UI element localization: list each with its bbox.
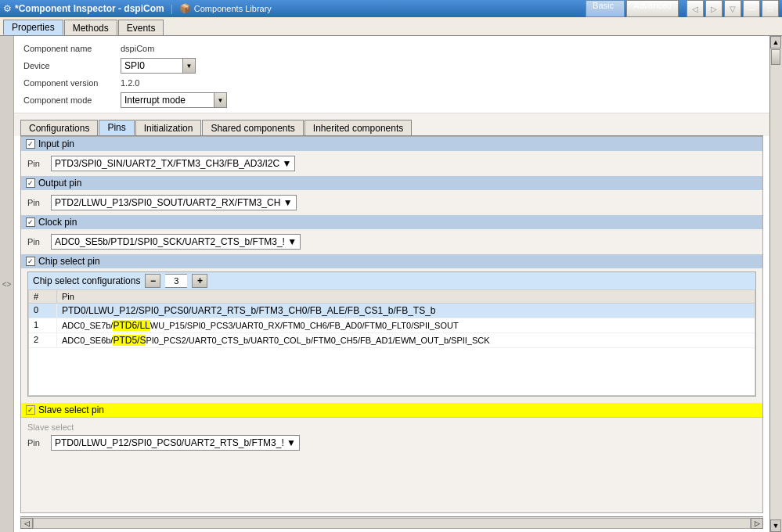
row-2-pin: ADC0_SE6b/PTD5/SPI0_PCS2/UART0_CTS_b/UAR… [57, 333, 755, 347]
scroll-thumb[interactable] [771, 49, 780, 65]
slave-select-content: Slave select Pin PTD0/LLWU_P12/SPI0_PCS0… [21, 418, 762, 455]
col-pin-header: Pin [57, 290, 755, 303]
row-0-pin: PTD0/LLWU_P12/SPI0_PCS0/UART2_RTS_b/FTM3… [57, 304, 755, 318]
table-header: # Pin [29, 290, 755, 304]
row-2-num: 2 [29, 333, 57, 347]
clock-pin-row-label: Pin [27, 237, 46, 246]
horizontal-scrollbar[interactable]: ◁ ▷ [20, 516, 763, 529]
table-row[interactable]: 2 ADC0_SE6b/PTD5/SPI0_PCS2/UART0_CTS_b/U… [29, 333, 755, 348]
clock-pin-label: Clock pin [38, 217, 77, 228]
component-name-label: Component name [23, 44, 117, 53]
minimize-button[interactable]: — [743, 0, 760, 17]
decrement-button[interactable]: − [145, 274, 160, 288]
tab-inherited[interactable]: Inherited components [305, 120, 412, 135]
dropdown-icon[interactable]: ▽ [724, 0, 741, 17]
device-dropdown-icon[interactable]: ▼ [183, 58, 196, 74]
slave-pin-row-label: Pin [27, 438, 46, 448]
slave-select-label: Slave select pin [38, 404, 104, 415]
tab-initialization[interactable]: Initialization [135, 120, 202, 135]
left-collapse-handle[interactable]: <> [0, 36, 14, 532]
clock-pin-section-header: Clock pin [21, 215, 762, 229]
chip-select-label: Chip select pin [38, 256, 100, 267]
mode-label: Component mode [23, 95, 117, 105]
version-value: 1.2.0 [121, 78, 139, 88]
row-1-pin: ADC0_SE7b/PTD6/LLWU_P15/SPI0_PCS3/UART0_… [57, 318, 755, 332]
scroll-track [770, 49, 782, 519]
tab-methods[interactable]: Methods [64, 20, 117, 35]
tab-pins[interactable]: Pins [99, 120, 134, 135]
mode-dropdown-icon[interactable]: ▼ [214, 92, 227, 108]
collapse-arrows-icon: <> [2, 280, 12, 289]
output-pin-select[interactable]: PTD2/LLWU_P13/SPI0_SOUT/UART2_RX/FTM3_CH… [51, 195, 297, 210]
titlebar: ⚙ *Component Inspector - dspiCom | 📦 Com… [0, 0, 782, 17]
tab-properties[interactable]: Properties [3, 20, 63, 35]
clock-pin-checkbox[interactable] [26, 217, 35, 227]
titlebar-title: *Component Inspector - dspiCom [15, 3, 164, 14]
col-num-header: # [29, 290, 57, 303]
device-select[interactable]: SPI0 [121, 58, 183, 74]
chip-count: 3 [165, 274, 187, 288]
lib-title: Components Library [194, 4, 272, 13]
main-panel: Component name dspiCom Device SPI0 ▼ Com… [14, 36, 769, 532]
tab-events[interactable]: Events [118, 20, 164, 35]
clock-pin-select[interactable]: ADC0_SE5b/PTD1/SPI0_SCK/UART2_CTS_b/FTM3… [51, 234, 301, 250]
scroll-left-icon[interactable]: ◁ [20, 518, 33, 529]
output-pin-row-label: Pin [27, 198, 46, 207]
scroll-down-icon[interactable]: ▼ [770, 519, 781, 532]
empty-row [29, 379, 755, 395]
input-pin-section-header: Input pin [21, 137, 762, 151]
mode-select[interactable]: Interrupt mode [121, 92, 214, 108]
lib-icon: 📦 [179, 3, 191, 14]
forward-icon[interactable]: ▷ [705, 0, 723, 17]
increment-button[interactable]: + [192, 274, 207, 288]
tab-shared[interactable]: Shared components [202, 120, 303, 135]
inner-tab-bar: Configurations Pins Initialization Share… [20, 120, 763, 136]
empty-row [29, 364, 755, 379]
input-pin-label: Input pin [38, 138, 74, 149]
empty-row [29, 348, 755, 364]
slave-select-checkbox[interactable] [26, 405, 35, 415]
version-label: Component version [23, 78, 117, 88]
maximize-button[interactable]: □ [762, 0, 779, 17]
slave-pin-select[interactable]: PTD0/LLWU_P12/SPI0_PCS0/UART2_RTS_b/FTM3… [51, 435, 300, 451]
output-pin-checkbox[interactable] [26, 178, 35, 188]
input-pin-content: Pin PTD3/SPI0_SIN/UART2_TX/FTM3_CH3/FB_A… [21, 151, 762, 176]
back-icon[interactable]: ◁ [687, 0, 704, 17]
input-pin-row-label: Pin [27, 159, 46, 168]
clock-pin-content: Pin ADC0_SE5b/PTD1/SPI0_SCK/UART2_CTS_b/… [21, 229, 762, 254]
slave-select-sublabel: Slave select [27, 421, 756, 433]
bottom-padding [21, 455, 762, 487]
chip-configs-label: Chip select configurations [33, 275, 140, 286]
output-pin-label: Output pin [38, 178, 81, 189]
advanced-button[interactable]: Advanced [626, 0, 679, 17]
row-1-num: 1 [29, 318, 57, 332]
app-icon: ⚙ [3, 3, 12, 14]
basic-button[interactable]: Basic [586, 0, 625, 17]
chip-select-content: Chip select configurations − 3 + # Pin [21, 268, 762, 403]
vertical-scrollbar[interactable]: ▲ ▼ [769, 36, 782, 532]
scroll-up-icon[interactable]: ▲ [770, 36, 781, 49]
device-label: Device [23, 61, 117, 70]
output-pin-content: Pin PTD2/LLWU_P13/SPI0_SOUT/UART2_RX/FTM… [21, 190, 762, 215]
chip-configs-header: Chip select configurations − 3 + [28, 272, 755, 289]
table-row[interactable]: 0 PTD0/LLWU_P12/SPI0_PCS0/UART2_RTS_b/FT… [29, 304, 755, 318]
input-pin-select[interactable]: PTD3/SPI0_SIN/UART2_TX/FTM3_CH3/FB_AD3/I… [51, 156, 295, 171]
slave-select-section-header: Slave select pin [21, 403, 762, 418]
chip-select-section-header: Chip select pin [21, 254, 762, 268]
input-pin-checkbox[interactable] [26, 139, 35, 149]
row-0-num: 0 [29, 304, 57, 318]
component-name-value: dspiCom [121, 44, 154, 53]
scroll-container[interactable]: Input pin Pin PTD3/SPI0_SIN/UART2_TX/FTM… [20, 136, 763, 513]
scroll-right-icon[interactable]: ▷ [751, 518, 763, 529]
tab-configurations[interactable]: Configurations [20, 120, 98, 135]
chip-select-table: # Pin 0 PTD0/LLWU_P12/SPI0_PCS0/UART2_RT… [28, 289, 755, 396]
table-row[interactable]: 1 ADC0_SE7b/PTD6/LLWU_P15/SPI0_PCS3/UART… [29, 318, 755, 333]
top-tab-bar: Properties Methods Events [0, 17, 782, 36]
output-pin-section-header: Output pin [21, 176, 762, 190]
chip-select-checkbox[interactable] [26, 257, 35, 266]
